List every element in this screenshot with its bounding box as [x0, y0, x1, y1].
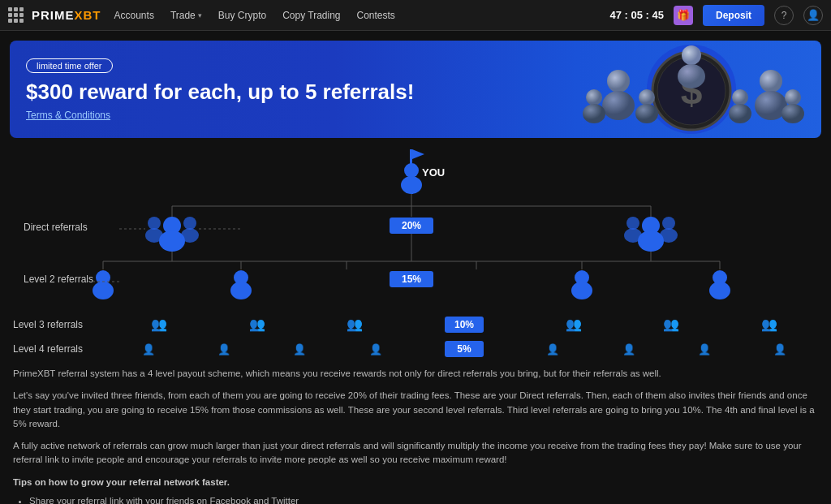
svg-point-31: [145, 228, 163, 243]
svg-point-38: [626, 217, 639, 230]
svg-point-13: [635, 104, 658, 123]
svg-text:YOU: YOU: [422, 166, 445, 179]
paragraph-2: Let's say you've invited three friends, …: [13, 389, 818, 431]
svg-text:15%: 15%: [402, 274, 421, 285]
svg-point-56: [93, 282, 114, 299]
level4-pct: 5%: [445, 341, 484, 357]
svg-point-20: [404, 163, 419, 178]
ref-icon-3-2: 👥: [249, 318, 265, 331]
paragraph-3: A fully active network of referrals can …: [13, 439, 818, 467]
ref-icon-3-1: 👥: [151, 318, 167, 331]
svg-point-29: [159, 230, 185, 252]
svg-point-62: [571, 282, 592, 299]
svg-point-16: [785, 89, 801, 106]
grid-icon: [8, 7, 24, 23]
svg-marker-19: [412, 149, 424, 159]
promo-badge: limited time offer: [26, 58, 113, 73]
level3-pct: 10%: [445, 317, 484, 333]
nav-contests[interactable]: Contests: [357, 10, 395, 21]
svg-point-58: [230, 282, 252, 299]
svg-point-5: [602, 91, 635, 120]
nav-buy-crypto[interactable]: Buy Crypto: [218, 10, 266, 21]
svg-point-6: [760, 70, 782, 93]
svg-point-10: [586, 89, 602, 106]
nav-accounts[interactable]: Accounts: [114, 10, 154, 21]
ref-icon-4-7: 👤: [698, 344, 711, 355]
svg-point-37: [638, 230, 664, 252]
svg-point-9: [678, 64, 705, 88]
nav-trade[interactable]: Trade ▾: [170, 10, 202, 21]
tree-svg: YOU 20%: [22, 148, 809, 318]
svg-point-40: [662, 217, 675, 230]
level3-nodes: 👥 👥 👥 10% 👥 👥 👥: [110, 317, 818, 333]
svg-point-41: [660, 228, 678, 243]
ref-icon-4-6: 👤: [622, 344, 635, 355]
ref-icon-4-1: 👤: [142, 344, 155, 355]
tips-title: Tips on how to grow your referral networ…: [13, 476, 818, 489]
svg-point-12: [639, 89, 655, 106]
svg-point-11: [583, 104, 605, 123]
chevron-down-icon: ▾: [198, 11, 202, 19]
svg-text:Direct referrals: Direct referrals: [24, 222, 88, 233]
ref-icon-3-6: 👥: [761, 318, 777, 331]
ref-icon-4-2: 👤: [217, 344, 230, 355]
ref-icon-4-8: 👤: [773, 344, 786, 355]
logo[interactable]: PRIMEXBT: [8, 7, 101, 23]
tips-list: Share your referral link with your frien…: [13, 494, 818, 504]
ref-icon-3-4: 👥: [566, 318, 582, 331]
svg-point-30: [148, 217, 161, 230]
svg-rect-18: [410, 149, 412, 164]
svg-point-39: [624, 228, 642, 243]
svg-point-15: [729, 104, 751, 123]
svg-point-17: [781, 104, 804, 123]
svg-point-14: [732, 89, 748, 106]
level4-row: Level 4 referrals 👤 👤 👤 👤 5% 👤 👤 👤 👤: [13, 341, 818, 357]
svg-point-8: [682, 45, 701, 65]
ref-icon-4-3: 👤: [293, 344, 306, 355]
tips-section: Tips on how to grow your referral networ…: [13, 476, 818, 505]
user-icon[interactable]: 👤: [803, 6, 823, 25]
paragraph-1: PrimeXBT referral system has a 4 level p…: [13, 367, 818, 381]
ref-icon-3-5: 👥: [663, 318, 679, 331]
svg-point-4: [607, 70, 630, 93]
deposit-button[interactable]: Deposit: [703, 5, 764, 26]
tip-item-1: Share your referral link with your frien…: [29, 494, 818, 504]
svg-text:20%: 20%: [402, 220, 421, 231]
level3-label: Level 3 referrals: [13, 319, 110, 330]
ref-icon-3-3: 👥: [347, 318, 363, 331]
svg-point-21: [401, 176, 422, 194]
level4-label: Level 4 referrals: [13, 343, 110, 355]
nav-copy-trading[interactable]: Copy Trading: [282, 10, 340, 21]
main-content: YOU 20%: [0, 148, 831, 504]
countdown-timer: 47 : 05 : 45: [609, 9, 664, 21]
ref-icon-4-5: 👤: [546, 344, 559, 355]
promo-banner: limited time offer $300 reward for each,…: [10, 41, 821, 138]
svg-point-32: [183, 217, 196, 230]
banner-illustration: $: [545, 41, 821, 138]
navbar: PRIMEXBT Accounts Trade ▾ Buy Crypto Cop…: [0, 0, 831, 31]
gift-icon[interactable]: 🎁: [674, 6, 693, 25]
logo-text: PRIMEXBT: [32, 8, 101, 22]
nav-links: Accounts Trade ▾ Buy Crypto Copy Trading…: [114, 10, 597, 21]
referral-illustration: $: [562, 41, 805, 138]
svg-point-33: [181, 228, 199, 243]
level4-nodes: 👤 👤 👤 👤 5% 👤 👤 👤 👤: [110, 341, 818, 357]
help-icon[interactable]: ?: [774, 6, 794, 25]
svg-point-64: [709, 282, 730, 299]
level3-row: Level 3 referrals 👥 👥 👥 10% 👥 👥 👥: [13, 317, 818, 333]
nav-right: 47 : 05 : 45 🎁 Deposit ? 👤: [609, 5, 823, 26]
svg-text:Level 2 referrals: Level 2 referrals: [24, 274, 93, 285]
referral-tree-diagram: YOU 20%: [13, 148, 818, 318]
ref-icon-4-4: 👤: [369, 344, 382, 355]
